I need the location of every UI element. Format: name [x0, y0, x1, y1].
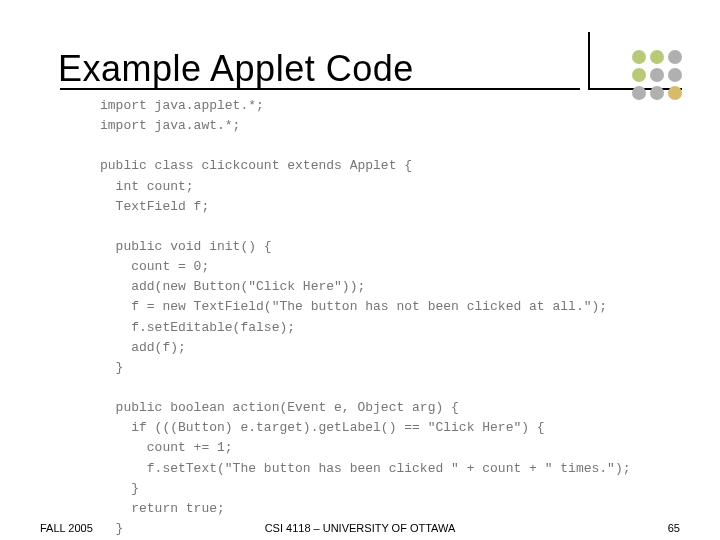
decorative-dots: [632, 50, 682, 100]
title-underline: [60, 88, 580, 90]
dot-icon: [632, 68, 646, 82]
corner-line-vertical: [588, 32, 590, 88]
dot-icon: [668, 68, 682, 82]
code-block: import java.applet.*; import java.awt.*;…: [100, 96, 631, 540]
footer-course: CSI 4118 – UNIVERSITY OF OTTAWA: [265, 522, 456, 534]
footer-page: 65: [668, 522, 680, 534]
dot-icon: [668, 50, 682, 64]
dot-icon: [632, 50, 646, 64]
footer-term: FALL 2005: [40, 522, 93, 534]
dot-icon: [650, 50, 664, 64]
dot-icon: [650, 68, 664, 82]
slide-title: Example Applet Code: [58, 48, 414, 90]
dot-icon: [668, 86, 682, 100]
dot-icon: [650, 86, 664, 100]
dot-icon: [632, 86, 646, 100]
